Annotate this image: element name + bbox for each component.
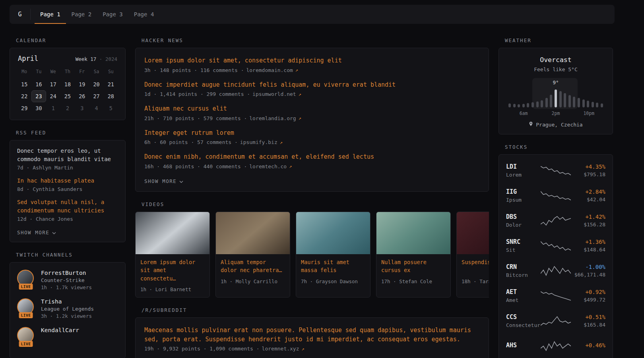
video-thumbnail[interactable] [136, 212, 209, 254]
twitch-channel-game: Counter-Strike [41, 277, 92, 283]
twitch-channel-name[interactable]: KendallCarr [41, 327, 79, 333]
external-link-icon[interactable]: ↗ [299, 115, 301, 121]
middle-column: HACKER NEWS Lorem ipsum dolor sit amet, … [135, 28, 489, 358]
page-tab[interactable]: Page 2 [66, 5, 97, 24]
video-title[interactable]: Nullam posuere cursus ex [381, 258, 446, 275]
rss-item[interactable]: Donec tempor eros leo, ut commodo mauris… [17, 147, 118, 171]
stock-row: CRN Bitcorn -1.00% $66,171.48 [506, 258, 605, 283]
stock-price: $66,171.48 [571, 272, 605, 278]
video-card[interactable]: Mauris sit amet massa felis 7h · Grayson… [296, 212, 370, 298]
hn-story-title[interactable]: Donec enim nibh, condimentum et accumsan… [144, 152, 480, 161]
rss-item-title[interactable]: Donec tempor eros leo, ut commodo mauris… [17, 147, 118, 163]
rss-item-title[interactable]: In hac habitasse platea [17, 177, 118, 185]
video-title[interactable]: Mauris sit amet massa felis [301, 258, 365, 275]
calendar-day: 17 [46, 78, 60, 90]
stock-row: AHS +0.46% [506, 333, 605, 358]
chevron-down-icon [52, 230, 56, 235]
video-title[interactable]: Suspendisse diam [462, 258, 489, 275]
video-thumbnail[interactable] [296, 212, 370, 254]
video-thumbnail[interactable] [376, 212, 450, 254]
external-link-icon[interactable]: ↗ [289, 163, 292, 169]
stock-identity: DBS Dolor [506, 213, 541, 228]
hn-story[interactable]: Aliquam nec cursus elit 21h · 710 points… [144, 104, 480, 121]
external-link-icon[interactable]: ↗ [280, 140, 283, 145]
weather-bar [545, 98, 548, 107]
stock-sparkline [541, 240, 571, 252]
external-link-icon[interactable]: ↗ [302, 346, 305, 352]
stock-name: Sit [506, 247, 541, 253]
hn-story-stats: 6h · 60 points · 57 comments · [144, 139, 238, 145]
rss-item[interactable]: Sed volutpat nulla nisl, a condimentum n… [17, 198, 118, 222]
video-card[interactable]: Aliquam tempor dolor nec pharetra… 1h · … [215, 212, 290, 298]
hn-show-more-button[interactable]: SHOW MORE [144, 177, 183, 186]
page-tab[interactable]: Page 3 [97, 5, 128, 24]
weather-bar [527, 103, 529, 107]
reddit-post-domain[interactable]: loremnet.xyz [262, 346, 299, 352]
hn-story[interactable]: Donec enim nibh, condimentum et accumsan… [144, 152, 480, 169]
stock-row: SNRC Sit +1.36% $148.64 [506, 233, 605, 258]
hn-story-domain[interactable]: ipsumworld.net [252, 91, 296, 97]
twitch-channel-name[interactable]: ForrestBurton [41, 270, 92, 276]
calendar-week-number: Week 17 [76, 56, 97, 62]
external-link-icon[interactable]: ↗ [295, 67, 298, 73]
calendar-day: 4 [89, 102, 103, 114]
calendar-day-name: Th [60, 67, 75, 76]
weather-bar [578, 98, 580, 107]
external-link-icon[interactable]: ↗ [299, 91, 301, 97]
hn-story[interactable]: Integer eget rutrum lorem 6h · 60 points… [144, 128, 480, 146]
stock-name: Bitcorn [506, 272, 541, 278]
weather-current-temp: 9° [553, 80, 559, 86]
rss-item-title[interactable]: Sed volutpat nulla nisl, a condimentum n… [17, 198, 118, 215]
video-card[interactable]: Suspendisse diam 18h · Tara [456, 212, 489, 298]
hn-story[interactable]: Donec imperdiet augue tincidunt felis al… [144, 80, 480, 97]
twitch-avatar-wrap: LIVE [17, 270, 35, 289]
calendar-day: 20 [89, 78, 103, 90]
video-card[interactable]: Lorem ipsum dolor sit amet consectetu… 1… [135, 212, 210, 298]
hn-story-title[interactable]: Donec imperdiet augue tincidunt felis al… [144, 80, 480, 90]
twitch-channel-row[interactable]: LIVE Trisha League of Legends 3h · 1.2k … [17, 298, 118, 319]
hn-story-domain[interactable]: loremdomain.com [246, 67, 293, 73]
weather-bar [592, 102, 594, 107]
video-thumbnail[interactable] [216, 212, 290, 254]
video-title[interactable]: Aliquam tempor dolor nec pharetra… [221, 258, 285, 275]
twitch-channel-info: KendallCarr [41, 327, 79, 346]
stock-identity: CCS Consectetur [506, 313, 541, 328]
stock-sparkline [541, 190, 571, 202]
stock-name: Ipsum [506, 197, 541, 203]
app-logo[interactable]: G [10, 5, 30, 24]
hn-story-domain[interactable]: loremlandia.org [249, 115, 296, 121]
twitch-card: LIVE ForrestBurton Counter-Strike 1h · 1… [10, 262, 126, 358]
rss-widget: RSS FEED Donec tempor eros leo, ut commo… [10, 130, 126, 242]
twitch-channel-row[interactable]: LIVE KendallCarr [17, 327, 118, 346]
hn-story-meta: 16h · 468 points · 440 comments · loremt… [144, 163, 480, 169]
stocks-list: LDI Lorem +4.35% $795.18 [506, 158, 605, 358]
hn-story-domain[interactable]: loremtech.co [249, 163, 287, 169]
hn-story-meta: 1d · 1,414 points · 299 comments · ipsum… [144, 91, 480, 97]
weather-bar [564, 93, 566, 107]
video-title[interactable]: Lorem ipsum dolor sit amet consectetu… [140, 258, 205, 283]
rss-item[interactable]: In hac habitasse platea 8d · Cynthia Sau… [17, 177, 118, 192]
hn-story-domain[interactable]: ipsumify.biz [240, 139, 277, 145]
stock-row: DBS Dolor +1.42% $156.28 [506, 208, 605, 233]
video-meta: 1h · Lori Barnett [140, 286, 205, 292]
reddit-post-title[interactable]: Maecenas mollis pulvinar erat non posuer… [144, 326, 480, 344]
video-thumbnail[interactable] [457, 212, 489, 254]
weather-bar [550, 95, 552, 107]
hn-story-title[interactable]: Aliquam nec cursus elit [144, 104, 480, 113]
twitch-channel-name[interactable]: Trisha [41, 298, 94, 305]
reddit-post[interactable]: Maecenas mollis pulvinar erat non posuer… [144, 326, 480, 352]
weather-feels-like: Feels like 5°C [507, 66, 605, 72]
video-card-body: Mauris sit amet massa felis 7h · Grayson… [296, 254, 370, 289]
weather-bar [522, 104, 525, 107]
hn-story[interactable]: Lorem ipsum dolor sit amet, consectetur … [144, 56, 480, 73]
dashboard-page: G Page 1 Page 2 Page 3 Page 4 CALENDAR A… [10, 0, 615, 358]
page-tab[interactable]: Page 4 [128, 5, 160, 24]
rss-show-more-button[interactable]: SHOW MORE [17, 228, 56, 237]
page-tab[interactable]: Page 1 [35, 5, 66, 24]
hn-story-meta: 6h · 60 points · 57 comments · ipsumify.… [144, 139, 480, 145]
twitch-channel-row[interactable]: LIVE ForrestBurton Counter-Strike 1h · 1… [17, 270, 118, 290]
hn-story-title[interactable]: Lorem ipsum dolor sit amet, consectetur … [144, 56, 480, 65]
calendar-month: April [18, 54, 38, 62]
hn-story-title[interactable]: Integer eget rutrum lorem [144, 128, 480, 138]
video-card[interactable]: Nullam posuere cursus ex 17h · Stefan Co… [376, 212, 451, 298]
